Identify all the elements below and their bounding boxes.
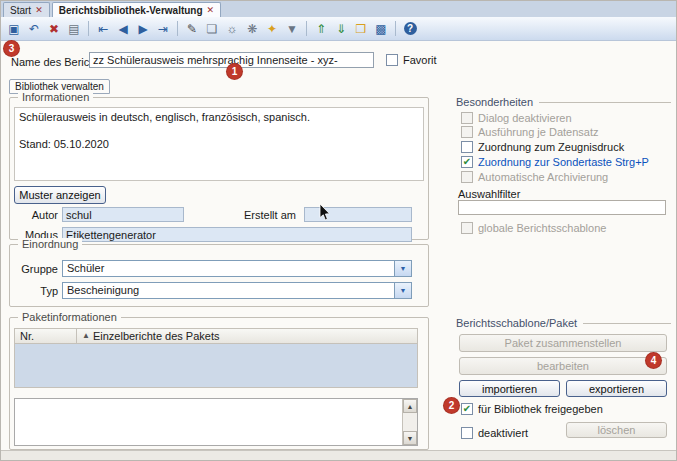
tab-start-label: Start: [10, 5, 31, 16]
checkbox-zuordnung-zeugnisdruck[interactable]: Zuordnung zum Zeugnisdruck: [461, 140, 624, 153]
berichtsbibliothek-window: Start ✕ Berichtsbibliothek-Verwaltung ✕ …: [0, 0, 677, 461]
listbox-scrollbar[interactable]: ▲ ▼: [402, 399, 417, 445]
annotation-badge-1: 1: [227, 64, 242, 79]
importieren-button[interactable]: importieren: [459, 380, 560, 397]
checkbox-globale-berichtsschablone: globale Berichtsschablone: [461, 221, 606, 234]
modus-field[interactable]: Etikettengenerator: [62, 227, 412, 242]
typ-select[interactable]: Bescheinigung ▼: [62, 282, 412, 299]
chevron-down-icon: ▼: [400, 287, 407, 294]
tab-berichtsbibliothek-verwaltung[interactable]: Berichtsbibliothek-Verwaltung ✕: [52, 2, 221, 17]
sondertaste-checkbox[interactable]: ✔: [461, 156, 473, 168]
chevron-down-icon: ▼: [400, 265, 407, 272]
annotation-badge-2: 2: [444, 398, 459, 413]
besonderheiten-caption: Besonderheiten: [456, 96, 671, 108]
checkbox-deaktiviert[interactable]: deaktiviert: [461, 426, 528, 439]
informationen-groupbox: Informationen Schülerausweis in deutsch,…: [9, 97, 429, 240]
description-line1: Schülerausweis in deutsch, englisch, fra…: [19, 111, 419, 125]
loeschen-button: löschen: [566, 422, 667, 438]
edit-icon[interactable]: ✎: [183, 20, 201, 38]
berichtsschablone-caption: Berichtsschablone/Paket: [456, 317, 671, 329]
description-textarea[interactable]: Schülerausweis in deutsch, englisch, fra…: [14, 107, 424, 181]
archivierung-checkbox: [461, 171, 473, 183]
dialog-deaktivieren-checkbox: [461, 112, 473, 124]
informationen-group-label: Informationen: [18, 91, 93, 103]
besonderheiten-label: Besonderheiten: [456, 96, 533, 108]
main-toolbar: ▣ ↶ ✖ ▤ ⇤ ◀ ▶ ⇥ ✎ ❏ ☼ ❋ ✦ ▼ ⇑ ⇓ ❒ ▩ ?: [1, 17, 677, 41]
checkbox-zuordnung-sondertaste[interactable]: ✔ Zuordnung zur Sondertaste Strg+P: [461, 155, 649, 168]
globale-checkbox: [461, 222, 473, 234]
mouse-cursor: [319, 204, 331, 224]
column-nr-label: Nr.: [20, 330, 34, 342]
status-bar: [1, 450, 677, 460]
tab-berichtsbibliothek-label: Berichtsbibliothek-Verwaltung: [59, 5, 203, 16]
autor-label: Autor: [10, 209, 58, 221]
first-record-icon[interactable]: ⇤: [94, 20, 112, 38]
toolbar-separator: [306, 21, 307, 36]
favorit-label: Favorit: [403, 54, 437, 66]
sondertaste-label: Zuordnung zur Sondertaste Strg+P: [478, 156, 649, 168]
tab-berichtsbibliothek-close-icon[interactable]: ✕: [207, 5, 215, 15]
paket-listbox[interactable]: ▲ ▼: [14, 398, 418, 446]
scroll-down-icon[interactable]: ▼: [403, 431, 417, 445]
paket-zusammenstellen-button: Paket zusammenstellen: [459, 334, 667, 352]
scroll-up-icon[interactable]: ▲: [403, 399, 417, 413]
typ-dropdown-button[interactable]: ▼: [394, 283, 411, 298]
muster-anzeigen-button[interactable]: Muster anzeigen: [14, 186, 106, 204]
announce-icon[interactable]: ✦: [263, 20, 281, 38]
lamp-icon[interactable]: ☼: [223, 20, 241, 38]
export-icon[interactable]: ⇓: [332, 20, 350, 38]
check-icon: ✔: [463, 157, 471, 167]
zeugnisdruck-checkbox[interactable]: [461, 141, 473, 153]
tab-start[interactable]: Start ✕: [3, 2, 50, 17]
save-icon[interactable]: ▣: [5, 20, 23, 38]
filter-icon[interactable]: ▼: [283, 20, 301, 38]
dialog-deaktivieren-label: Dialog deaktivieren: [478, 112, 572, 124]
previous-record-icon[interactable]: ◀: [114, 20, 132, 38]
exportieren-button[interactable]: exportieren: [566, 380, 667, 397]
paket-table-header: Nr. ▲ Einzelberichte des Pakets: [14, 328, 418, 344]
column-einzelberichte-label: Einzelberichte des Pakets: [93, 330, 220, 342]
paket-table-body[interactable]: [14, 344, 418, 388]
gruppe-select[interactable]: Schüler ▼: [62, 260, 412, 277]
deaktiviert-checkbox[interactable]: [461, 427, 473, 439]
sort-asc-icon: ▲: [82, 332, 90, 340]
favorit-checkbox-row[interactable]: Favorit: [386, 53, 437, 66]
copy-icon[interactable]: ❏: [203, 20, 221, 38]
import-icon[interactable]: ⇑: [312, 20, 330, 38]
archivierung-label: Automatische Archivierung: [478, 171, 608, 183]
tab-start-close-icon[interactable]: ✕: [35, 5, 43, 15]
toolbar-separator: [88, 21, 89, 36]
globale-label: globale Berichtsschablone: [478, 222, 606, 234]
print-icon[interactable]: ▤: [65, 20, 83, 38]
typ-selected-value: Bescheinigung: [63, 283, 394, 298]
checkbox-dialog-deaktivieren: Dialog deaktivieren: [461, 111, 572, 124]
freigegeben-checkbox[interactable]: ✔: [461, 403, 473, 415]
auswahlfilter-field[interactable]: [458, 200, 666, 215]
folder-icon[interactable]: ❒: [352, 20, 370, 38]
bearbeiten-button: bearbeiten: [459, 357, 667, 375]
checkbox-fuer-bibliothek-freigegeben[interactable]: ✔ für Bibliothek freigegeben: [461, 402, 603, 415]
column-header-nr[interactable]: Nr.: [15, 329, 77, 343]
paketinformationen-groupbox: Paketinformationen Nr. ▲ Einzelberichte …: [9, 317, 429, 450]
next-record-icon[interactable]: ▶: [134, 20, 152, 38]
delete-icon[interactable]: ✖: [45, 20, 63, 38]
undo-icon[interactable]: ↶: [25, 20, 43, 38]
settings-icon[interactable]: ❋: [243, 20, 261, 38]
column-header-einzelberichte[interactable]: ▲ Einzelberichte des Pakets: [77, 329, 417, 343]
freigegeben-label: für Bibliothek freigegeben: [478, 403, 603, 415]
gruppe-label: Gruppe: [10, 263, 58, 275]
typ-label: Typ: [10, 285, 58, 297]
favorit-checkbox[interactable]: [386, 54, 398, 66]
berichtsschablone-label: Berichtsschablone/Paket: [456, 317, 577, 329]
ausfuehrung-checkbox: [461, 126, 473, 138]
checkbox-automatische-archivierung: Automatische Archivierung: [461, 170, 608, 183]
autor-field[interactable]: schul: [62, 207, 184, 222]
image-icon[interactable]: ▩: [372, 20, 390, 38]
annotation-badge-4: 4: [646, 353, 661, 368]
last-record-icon[interactable]: ⇥: [154, 20, 172, 38]
einordnung-group-label: Einordnung: [18, 238, 82, 250]
gruppe-dropdown-button[interactable]: ▼: [394, 261, 411, 276]
help-icon[interactable]: ?: [401, 20, 419, 38]
einordnung-groupbox: Einordnung Gruppe Schüler ▼ Typ Beschein…: [9, 244, 429, 307]
document-tabstrip: Start ✕ Berichtsbibliothek-Verwaltung ✕: [1, 1, 677, 18]
